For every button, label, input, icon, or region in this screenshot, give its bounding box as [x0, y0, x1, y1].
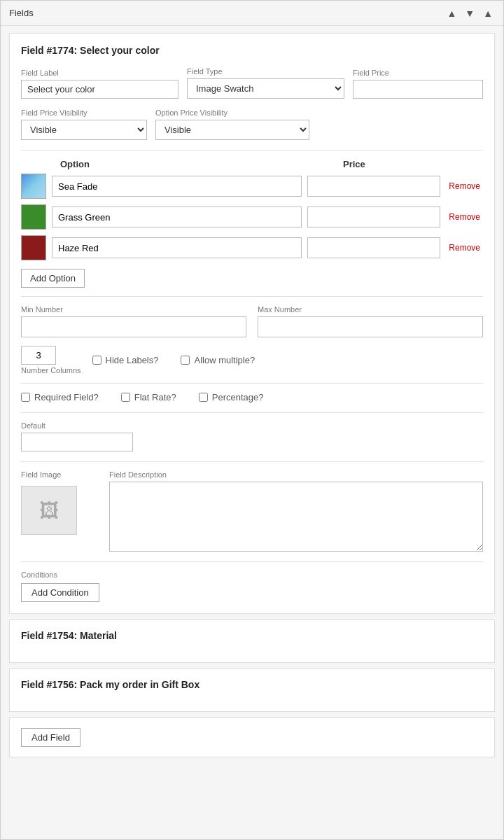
option-name-haze-red[interactable]	[52, 237, 302, 258]
titlebar: Fields ▲ ▼ ▲	[1, 1, 503, 26]
image-placeholder[interactable]: 🖼	[21, 486, 77, 535]
add-field-section: Add Field	[9, 718, 495, 757]
field-1754-title: Field #1754: Material	[21, 630, 483, 641]
field-label-input[interactable]	[21, 80, 178, 99]
conditions-label: Conditions	[21, 570, 483, 579]
options-col-header: Option	[60, 159, 343, 169]
hide-labels-label: Hide Labels?	[106, 355, 159, 365]
field-label-group: Field Label	[21, 69, 178, 99]
default-input[interactable]	[21, 433, 133, 451]
titlebar-up-button[interactable]: ▲	[444, 8, 458, 19]
default-field-group: Default	[21, 421, 483, 451]
allow-multiple-label: Allow multiple?	[194, 355, 255, 365]
field-1774-card: Field #1774: Select your color Field Lab…	[9, 33, 495, 614]
field-price-visibility-select[interactable]: Visible Hidden	[21, 120, 147, 140]
flat-rate-label: Flat Rate?	[134, 392, 176, 402]
form-row-1: Field Label Field Type Image Swatch Text…	[21, 67, 483, 99]
option-price-visibility-select[interactable]: Visible Hidden	[155, 120, 309, 140]
hide-labels-checkbox[interactable]	[92, 356, 102, 365]
field-1774-title: Field #1774: Select your color	[21, 45, 483, 56]
field-image-label: Field Image	[21, 470, 98, 479]
remove-sea-fade-button[interactable]: Remove	[446, 181, 483, 191]
field-type-group: Field Type Image Swatch Text Dropdown Ch…	[187, 67, 344, 99]
field-price-input[interactable]	[353, 80, 483, 99]
min-max-row: Min Number Max Number	[21, 305, 483, 337]
add-option-button[interactable]: Add Option	[21, 269, 85, 288]
field-1756-title: Field #1756: Pack my order in Gift Box	[21, 679, 483, 690]
field-type-label: Field Type	[187, 67, 344, 76]
bottom-section: Field Image 🖼 Field Description	[21, 470, 483, 552]
required-field-label: Required Field?	[34, 392, 99, 402]
titlebar-controls: ▲ ▼ ▲	[444, 8, 495, 19]
field-image-group: Field Image 🖼	[21, 470, 98, 535]
field-description-textarea[interactable]	[109, 482, 483, 552]
conditions-section: Conditions Add Condition	[21, 570, 483, 602]
field-price-group: Field Price	[353, 69, 483, 99]
color-swatch-sea-fade[interactable]	[21, 174, 46, 199]
percentage-label: Percentage?	[212, 392, 264, 402]
number-cols-wrapper: Number Columns	[21, 346, 81, 374]
main-content: Field #1774: Select your color Field Lab…	[1, 26, 503, 764]
option-price-grass-green[interactable]	[307, 206, 440, 227]
number-columns-input[interactable]	[21, 346, 56, 365]
option-price-visibility-label: Option Price Visibility	[155, 108, 309, 117]
titlebar-expand-button[interactable]: ▲	[481, 8, 495, 19]
field-price-visibility-label: Field Price Visibility	[21, 108, 147, 117]
percentage-row: Percentage?	[199, 392, 264, 402]
option-price-haze-red[interactable]	[307, 237, 440, 258]
required-field-checkbox[interactable]	[21, 393, 30, 402]
field-1754-card: Field #1754: Material	[9, 620, 495, 663]
color-swatch-grass-green[interactable]	[21, 204, 46, 230]
percentage-checkbox[interactable]	[199, 393, 208, 402]
option-row-1: Remove	[21, 174, 483, 199]
field-1756-card: Field #1756: Pack my order in Gift Box	[9, 668, 495, 712]
field-label-label: Field Label	[21, 69, 178, 77]
flat-rate-row: Flat Rate?	[121, 392, 176, 402]
hide-labels-group: Hide Labels? Allow multiple?	[92, 355, 483, 365]
form-row-2: Field Price Visibility Visible Hidden Op…	[21, 108, 483, 140]
image-icon: 🖼	[39, 499, 59, 522]
field-type-select[interactable]: Image Swatch Text Dropdown Checkbox Radi…	[187, 78, 344, 99]
field-description-group: Field Description	[109, 470, 483, 552]
option-name-grass-green[interactable]	[52, 206, 302, 227]
add-condition-button[interactable]: Add Condition	[21, 583, 99, 602]
window-title: Fields	[9, 8, 34, 18]
field-price-visibility-group: Field Price Visibility Visible Hidden	[21, 108, 147, 140]
allow-multiple-row: Allow multiple?	[181, 355, 255, 365]
price-col-header: Price	[343, 159, 483, 169]
option-name-sea-fade[interactable]	[52, 176, 302, 197]
field-price-label: Field Price	[353, 69, 483, 77]
field-description-label: Field Description	[109, 470, 483, 479]
min-number-group: Min Number	[21, 305, 246, 337]
add-field-button[interactable]: Add Field	[21, 728, 80, 747]
remove-haze-red-button[interactable]: Remove	[446, 243, 483, 253]
max-number-input[interactable]	[258, 316, 483, 337]
options-table-header: Option Price	[21, 159, 483, 169]
min-number-input[interactable]	[21, 316, 246, 337]
remove-grass-green-button[interactable]: Remove	[446, 212, 483, 222]
option-price-visibility-group: Option Price Visibility Visible Hidden	[155, 108, 309, 140]
hide-labels-row: Hide Labels?	[92, 355, 159, 365]
main-window: Fields ▲ ▼ ▲ Field #1774: Select your co…	[0, 0, 504, 840]
number-cols-row: Number Columns Hide Labels? Allow multip…	[21, 346, 483, 374]
required-field-row: Required Field?	[21, 392, 99, 402]
flat-rate-checkbox[interactable]	[121, 393, 130, 402]
max-number-group: Max Number	[258, 305, 483, 337]
checkboxes-group: Required Field? Flat Rate? Percentage?	[21, 392, 483, 402]
allow-multiple-checkbox[interactable]	[181, 356, 190, 365]
default-label: Default	[21, 421, 483, 430]
option-row-3: Remove	[21, 235, 483, 260]
max-number-label: Max Number	[258, 305, 483, 314]
number-columns-label: Number Columns	[21, 366, 81, 374]
titlebar-down-button[interactable]: ▼	[463, 8, 477, 19]
option-price-sea-fade[interactable]	[307, 176, 440, 197]
color-swatch-haze-red[interactable]	[21, 235, 46, 260]
option-row-2: Remove	[21, 204, 483, 230]
min-number-label: Min Number	[21, 305, 246, 314]
